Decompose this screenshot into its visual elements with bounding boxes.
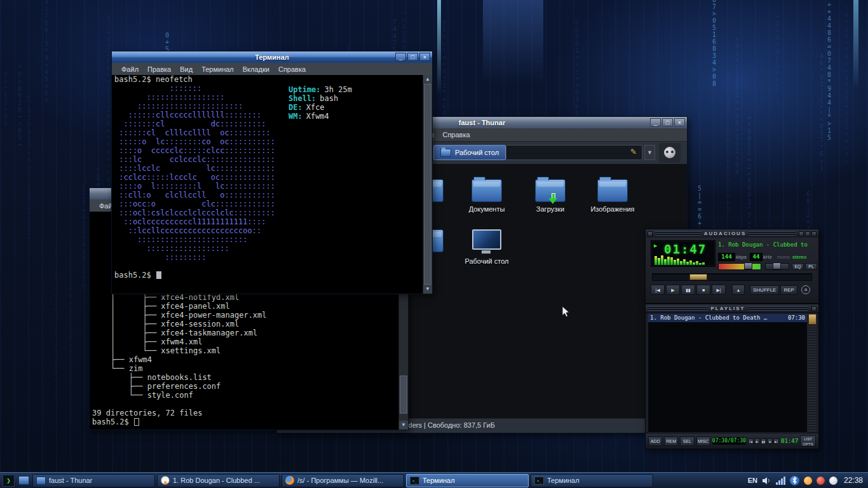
seek-thumb[interactable] [689,274,707,280]
equalizer-toggle-button[interactable]: EQ [792,263,804,270]
visualizer-panel[interactable]: ▶ 01:47 [651,240,715,267]
bluetooth-icon[interactable] [790,476,799,485]
menu-help[interactable]: Справка [274,65,310,73]
folder-item-pictures[interactable]: Изображения [586,179,639,213]
folder-item-downloads[interactable]: Загрузки [524,179,577,213]
next-button[interactable]: ▶| [712,285,726,295]
shade-button[interactable] [805,231,810,236]
terminal-icon: >_ [410,477,419,485]
folder-item-documents[interactable]: Документы [460,179,513,213]
network-signal-icon[interactable] [776,477,785,485]
folder-icon [597,179,628,202]
scroll-up-icon[interactable]: ▲ [423,75,432,84]
stop-button[interactable]: ■ [696,285,710,295]
maximize-button[interactable]: □ [662,118,673,126]
playlist-scrollbar[interactable] [808,313,817,433]
scrollbar[interactable]: ▲ ▼ [423,75,432,294]
maximize-button[interactable]: □ [407,53,418,61]
about-button[interactable]: a [801,285,810,294]
volume-slider[interactable] [718,263,761,270]
mono-indicator: mono [777,254,790,260]
minimize-button[interactable]: _ [650,118,661,126]
eject-button[interactable]: ▲ [732,285,745,295]
menu-help[interactable]: Справка [438,131,474,139]
menu-tabs[interactable]: Вкладки [238,65,274,73]
tray-icon-orange[interactable] [804,477,812,485]
titlebar[interactable]: PLAYLIST [646,304,818,313]
taskbar-button-audacious[interactable]: 1. Rob Dougan - Clubbed ... [157,474,280,487]
mini-transport: |◀ ▶ ▮▮ ■ ▶| [748,438,779,444]
select-button[interactable]: SEL [680,437,694,446]
scroll-down-icon[interactable]: ▼ [423,285,432,294]
pathbar-desktop-button[interactable]: Рабочий стол [433,145,506,160]
play-button[interactable]: ▶ [754,438,760,444]
pathbar-label: Рабочий стол [455,149,499,156]
text-cursor [156,271,161,279]
misc-button[interactable]: MISC [696,437,710,446]
menu-edit[interactable]: Правка [143,65,175,73]
taskbar-button-firefox[interactable]: /s/ - Программы — Mozill... [281,474,404,487]
close-button[interactable]: × [674,118,685,126]
titlebar[interactable]: Терминал _ □ × [112,51,432,63]
firefox-icon [285,476,294,485]
clock[interactable]: 22:38 [844,476,863,485]
volume-thumb[interactable] [744,262,752,269]
stereo-indicator: stereo [792,254,806,260]
seek-bar[interactable] [652,273,812,281]
track-title: 1. Rob Dougan - Clubbed to Death … [650,314,767,322]
play-button[interactable]: ▶ [666,285,680,295]
minimize-button[interactable]: _ [395,53,406,61]
window-title: PLAYLIST [711,306,745,311]
wallpaper-light-strip [853,0,858,89]
scrollbar-thumb[interactable] [808,314,817,325]
next-button[interactable]: ▶| [773,438,779,444]
taskbar-button-terminal[interactable]: >_ Терминал [531,474,653,487]
taskbar-button-terminal-active[interactable]: >_ Терминал [406,474,529,487]
menu-file[interactable]: Файл [117,65,143,73]
scrollbar-thumb[interactable] [424,84,431,285]
repeat-toggle[interactable]: REP [780,285,797,295]
menu-terminal[interactable]: Терминал [197,65,238,73]
minimize-button[interactable] [799,231,804,236]
titlebar[interactable]: AUDACIOUS [646,229,818,238]
pause-button[interactable]: ▮▮ [761,438,766,444]
wallpaper-light-strip [483,0,543,83]
track-duration: 07:30 [788,314,805,322]
playlist-entry[interactable]: 1. Rob Dougan - Clubbed to Death … 07:30 [648,314,807,322]
previous-button[interactable]: |◀ [651,285,665,295]
add-button[interactable]: ADD [648,437,662,446]
location-dropdown-button[interactable]: ▼ [644,145,655,160]
balance-slider[interactable] [765,263,789,270]
terminal-icon: >_ [534,477,544,485]
transport-controls: |◀ ▶ ▮▮ ■ ▶| ▲ SHUFFLE REP a [651,285,810,295]
folder-item-desktop[interactable]: Рабочий стол [460,229,513,265]
keyboard-layout-indicator[interactable]: EN [748,477,757,484]
file-manager-launcher-icon[interactable] [17,474,31,487]
balance-thumb[interactable] [773,262,781,269]
previous-button[interactable]: |◀ [748,438,754,444]
pause-button[interactable]: ▮▮ [681,285,695,295]
list-options-button[interactable]: LIST OPTS [800,435,816,447]
scrollbar-thumb[interactable] [400,376,407,414]
location-input[interactable] [506,145,642,160]
neofetch-info: Uptime:3h 25m Shell:bash DE:Xfce WM:Xfwm… [288,85,352,121]
volume-icon[interactable] [762,477,771,485]
window-emblem-icon [659,143,681,163]
playlist-list[interactable]: 1. Rob Dougan - Clubbed to Death … 07:30 [648,313,808,433]
close-button[interactable] [811,231,817,236]
menu-view[interactable]: Вид [175,65,197,73]
prompt-line: bash5.2$ neofetch [112,75,432,84]
taskbar-button-thunar[interactable]: faust - Thunar [32,474,155,487]
stop-button[interactable]: ■ [767,438,773,444]
playlist-toggle-button[interactable]: PL [805,263,817,270]
tray-icon-white[interactable] [829,477,837,485]
tray-icon-red[interactable] [817,477,825,485]
terminal-content[interactable]: bash5.2$ neofetch ::::::: ::::::::::::::… [112,75,432,294]
scroll-down-icon[interactable]: ▼ [399,421,408,430]
app-launcher-icon[interactable]: ❯ [2,474,15,487]
remove-button[interactable]: REM [664,437,678,446]
shuffle-toggle[interactable]: SHUFFLE [750,285,779,295]
window-title: Терминал [112,53,432,61]
close-button[interactable] [811,306,817,311]
close-button[interactable]: × [419,53,430,61]
